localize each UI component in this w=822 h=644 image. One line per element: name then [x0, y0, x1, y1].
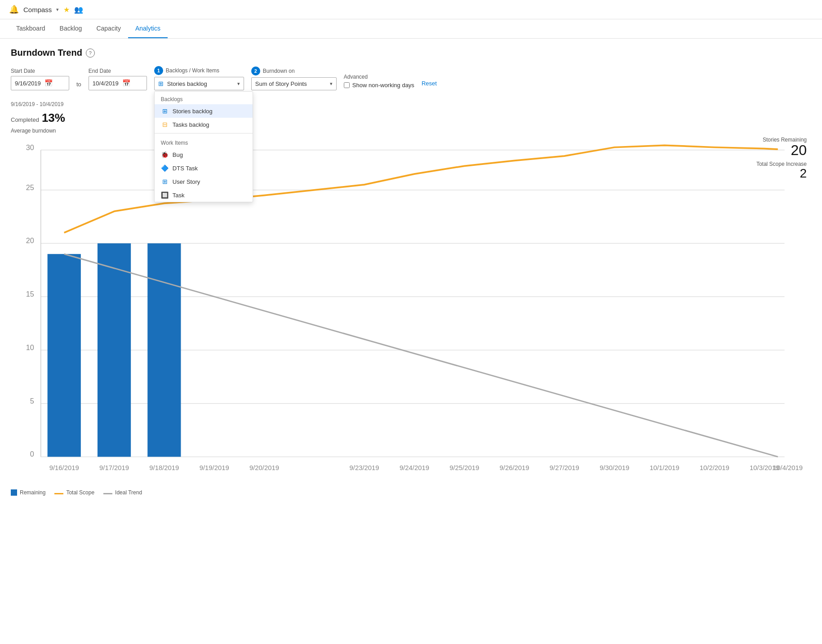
help-icon[interactable]: ?: [86, 49, 95, 58]
start-date-group: Start Date 9/16/2019 📅: [11, 68, 69, 90]
dropdown-item-stories-backlog[interactable]: ⊞ Stories backlog: [155, 104, 253, 118]
app-icon: 🔔: [9, 4, 19, 14]
svg-text:15: 15: [26, 290, 34, 298]
show-non-working-label[interactable]: Show non-working days: [352, 82, 414, 89]
total-scope-legend-label: Total Scope: [66, 489, 94, 496]
task-icon: 🔲: [161, 191, 169, 199]
date-range-text: 9/16/2019 - 10/4/2019: [11, 101, 65, 107]
bar-9-18: [147, 243, 181, 457]
start-date-value: 9/16/2019: [15, 80, 41, 87]
user-story-icon: ⊞: [161, 178, 169, 185]
stories-backlog-label: Stories backlog: [173, 108, 213, 115]
show-non-working-row: Show non-working days: [344, 82, 414, 90]
svg-text:9/18/2019: 9/18/2019: [149, 464, 179, 471]
svg-text:0: 0: [30, 450, 34, 458]
controls-row: Start Date 9/16/2019 📅 to End Date 10/4/…: [11, 66, 811, 90]
svg-text:9/19/2019: 9/19/2019: [200, 464, 229, 471]
backlogs-dropdown-button[interactable]: ⊞ Stories backlog ▾: [154, 77, 244, 90]
end-date-group: End Date 10/4/2019 📅: [89, 68, 147, 90]
avg-burndown-label: Average burndown: [11, 128, 56, 134]
page-title: Burndown Trend: [11, 48, 82, 58]
dts-task-label: DTS Task: [173, 165, 198, 172]
svg-text:9/20/2019: 9/20/2019: [249, 464, 279, 471]
tab-analytics[interactable]: Analytics: [128, 19, 168, 38]
show-non-working-checkbox[interactable]: [344, 82, 350, 88]
total-scope-value: 2: [756, 167, 807, 180]
burndown-selected-text: Sum of Story Points: [255, 80, 326, 87]
svg-text:25: 25: [26, 183, 34, 191]
total-scope-color-swatch: [54, 493, 63, 494]
ideal-trend-color-swatch: [103, 493, 112, 494]
burndown-dropdown-button[interactable]: Sum of Story Points ▾: [251, 77, 337, 90]
svg-text:10/2/2019: 10/2/2019: [700, 464, 729, 471]
burndown-group: 2 Burndown on Sum of Story Points ▾: [251, 67, 337, 90]
tab-backlog[interactable]: Backlog: [53, 19, 89, 38]
nav-tabs: Taskboard Backlog Capacity Analytics: [0, 19, 822, 39]
stats-panel: Stories Remaining 20 Total Scope Increas…: [756, 137, 807, 183]
dropdown-item-user-story[interactable]: ⊞ User Story: [155, 175, 253, 188]
svg-text:30: 30: [26, 143, 34, 151]
svg-text:9/26/2019: 9/26/2019: [500, 464, 529, 471]
completed-value: 13%: [42, 111, 65, 125]
bar-9-17: [98, 243, 131, 457]
people-icon[interactable]: 👥: [74, 5, 83, 14]
svg-text:10/4/2019: 10/4/2019: [773, 464, 803, 471]
to-label: to: [76, 81, 81, 90]
total-scope-label: Total Scope Increase: [756, 161, 807, 167]
tasks-backlog-label: Tasks backlog: [173, 121, 209, 128]
backlogs-selected-text: Stories backlog: [167, 80, 234, 87]
reset-button[interactable]: Reset: [422, 80, 437, 90]
svg-text:10/1/2019: 10/1/2019: [649, 464, 679, 471]
stories-remaining-stat: Stories Remaining 20: [756, 137, 807, 157]
completed-label: Completed: [11, 116, 39, 123]
title-row: Burndown Trend ?: [11, 48, 811, 58]
dropdown-item-dts-task[interactable]: 🔷 DTS Task: [155, 161, 253, 175]
app-chevron[interactable]: ▾: [56, 7, 59, 13]
backlogs-dropdown-group: 1 Backlogs / Work Items ⊞ Stories backlo…: [154, 66, 244, 90]
start-date-input[interactable]: 9/16/2019 📅: [11, 76, 69, 90]
remaining-legend-label: Remaining: [20, 489, 45, 496]
stories-backlog-icon: ⊞: [161, 107, 169, 115]
svg-text:9/27/2019: 9/27/2019: [550, 464, 579, 471]
svg-text:9/25/2019: 9/25/2019: [449, 464, 479, 471]
stories-remaining-value: 20: [756, 143, 807, 157]
svg-text:9/24/2019: 9/24/2019: [400, 464, 429, 471]
advanced-group: Advanced Show non-working days: [344, 74, 414, 90]
end-calendar-icon[interactable]: 📅: [122, 79, 131, 87]
dts-task-icon: 🔷: [161, 164, 169, 172]
burndown-chart: 0 5 10 15 20 25 30: [11, 137, 811, 484]
svg-text:5: 5: [30, 397, 34, 405]
backlogs-label-row: 1 Backlogs / Work Items: [154, 66, 244, 75]
end-date-value: 10/4/2019: [93, 80, 119, 87]
burndown-label: Burndown on: [263, 68, 295, 74]
svg-text:9/30/2019: 9/30/2019: [600, 464, 629, 471]
svg-text:9/17/2019: 9/17/2019: [99, 464, 129, 471]
backlog-icon: ⊞: [158, 80, 164, 87]
tasks-backlog-icon: ⊟: [161, 121, 169, 128]
start-calendar-icon[interactable]: 📅: [44, 79, 53, 87]
legend-total-scope: Total Scope: [54, 489, 94, 496]
bug-label: Bug: [173, 151, 183, 158]
tab-capacity[interactable]: Capacity: [89, 19, 128, 38]
tab-taskboard[interactable]: Taskboard: [9, 19, 53, 38]
dropdown-item-task[interactable]: 🔲 Task: [155, 188, 253, 202]
end-date-label: End Date: [89, 68, 147, 74]
chart-area: 9/16/2019 - 10/4/2019 Completed 13% Aver…: [11, 101, 811, 496]
dropdown-item-tasks-backlog[interactable]: ⊟ Tasks backlog: [155, 118, 253, 131]
burndown-label-row: 2 Burndown on: [251, 67, 337, 76]
user-story-label: User Story: [173, 178, 200, 185]
dropdown-item-bug[interactable]: 🐞 Bug: [155, 148, 253, 161]
end-date-input[interactable]: 10/4/2019 📅: [89, 76, 147, 90]
backlogs-dropdown-menu: Backlogs ⊞ Stories backlog ⊟ Tasks backl…: [154, 91, 253, 202]
chart-container: Stories Remaining 20 Total Scope Increas…: [11, 137, 811, 485]
step2-badge: 2: [251, 67, 260, 76]
dropdown-divider: [155, 133, 253, 133]
task-label: Task: [173, 192, 185, 199]
star-icon[interactable]: ★: [63, 5, 70, 14]
ideal-trend-legend-label: Ideal Trend: [115, 489, 142, 496]
legend-ideal-trend: Ideal Trend: [103, 489, 142, 496]
chart-info: 9/16/2019 - 10/4/2019 Completed 13% Aver…: [11, 101, 65, 134]
svg-text:9/23/2019: 9/23/2019: [350, 464, 379, 471]
total-scope-stat: Total Scope Increase 2: [756, 161, 807, 180]
advanced-label: Advanced: [344, 74, 414, 80]
